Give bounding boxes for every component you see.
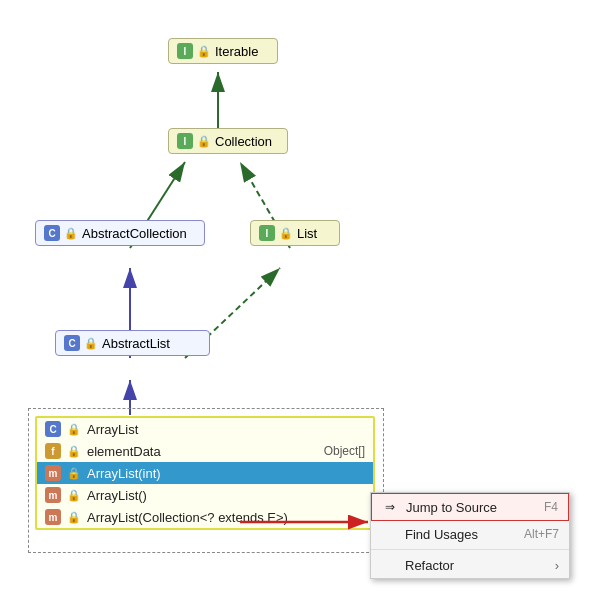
row-badge-f: f [45,443,61,459]
abstract-list-lock: 🔒 [84,337,98,350]
menu-label-jump: Jump to Source [406,500,497,515]
row-label-arraylist-empty: ArrayList() [87,488,147,503]
abstract-collection-label: AbstractCollection [82,226,187,241]
red-arrow [240,510,380,534]
collection-lock: 🔒 [197,135,211,148]
iterable-badge: I [177,43,193,59]
row-lock-m2: 🔒 [67,489,81,502]
row-lock: 🔒 [67,423,81,436]
row-type-elementdata: Object[] [324,444,365,458]
abstract-list-label: AbstractList [102,336,170,351]
abstract-collection-lock: 🔒 [64,227,78,240]
node-abstract-collection[interactable]: C 🔒 AbstractCollection [35,220,205,246]
list-lock: 🔒 [279,227,293,240]
row-badge-c: C [45,421,61,437]
refactor-icon [381,557,397,573]
list-label: List [297,226,317,241]
abstract-collection-badge: C [44,225,60,241]
menu-item-find-usages[interactable]: Find Usages Alt+F7 [371,521,569,547]
row-badge-m2: m [45,487,61,503]
row-label-arraylist: ArrayList [87,422,138,437]
node-abstract-list[interactable]: C 🔒 AbstractList [55,330,210,356]
menu-item-jump-to-source[interactable]: ⇒ Jump to Source F4 [371,493,569,521]
node-list[interactable]: I 🔒 List [250,220,340,246]
menu-separator [371,549,569,550]
collection-badge: I [177,133,193,149]
menu-item-refactor[interactable]: Refactor › [371,552,569,578]
row-lock-m3: 🔒 [67,511,81,524]
abstract-list-badge: C [64,335,80,351]
row-badge-m3: m [45,509,61,525]
menu-shortcut-jump: F4 [544,500,558,514]
row-lock-m1: 🔒 [67,467,81,480]
collection-label: Collection [215,134,272,149]
menu-shortcut-find: Alt+F7 [524,527,559,541]
refactor-arrow-icon: › [555,558,559,573]
jump-source-icon: ⇒ [382,499,398,515]
node-iterable[interactable]: I 🔒 Iterable [168,38,278,64]
panel-row-arraylist[interactable]: C 🔒 ArrayList [37,418,373,440]
iterable-label: Iterable [215,44,258,59]
row-label-elementdata: elementData [87,444,161,459]
row-label-arraylist-int: ArrayList(int) [87,466,161,481]
row-badge-m1: m [45,465,61,481]
iterable-lock: 🔒 [197,45,211,58]
list-badge: I [259,225,275,241]
panel-row-arraylist-int[interactable]: m 🔒 ArrayList(int) [37,462,373,484]
menu-label-refactor: Refactor [405,558,454,573]
menu-label-find: Find Usages [405,527,478,542]
diagram-area: I 🔒 Iterable I 🔒 Collection C 🔒 Abstract… [0,0,605,608]
node-collection[interactable]: I 🔒 Collection [168,128,288,154]
row-lock-f: 🔒 [67,445,81,458]
context-menu: ⇒ Jump to Source F4 Find Usages Alt+F7 R… [370,492,570,579]
panel-row-elementdata[interactable]: f 🔒 elementData Object[] [37,440,373,462]
panel-row-arraylist-empty[interactable]: m 🔒 ArrayList() [37,484,373,506]
find-usages-icon [381,526,397,542]
